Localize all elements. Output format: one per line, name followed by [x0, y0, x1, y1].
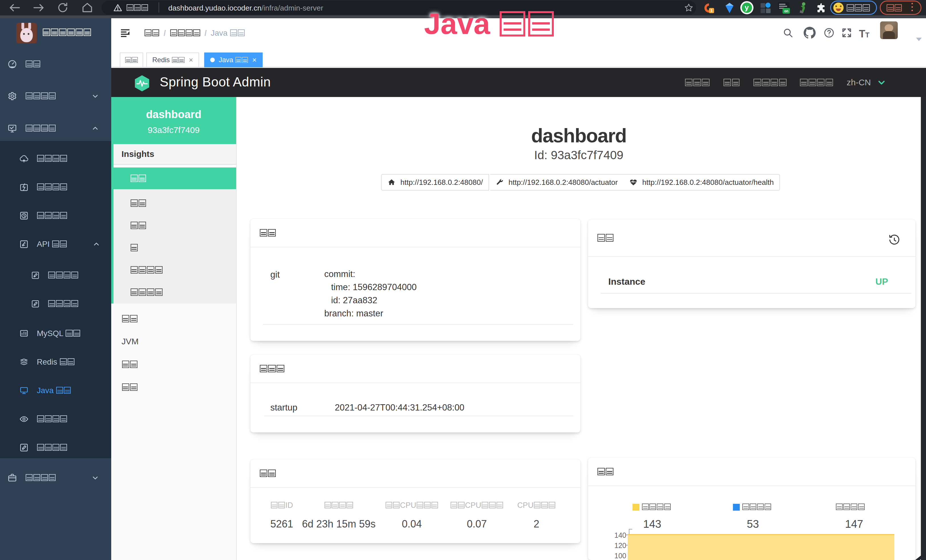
svg-text:on: on	[784, 9, 788, 13]
svg-text:1: 1	[710, 8, 713, 13]
